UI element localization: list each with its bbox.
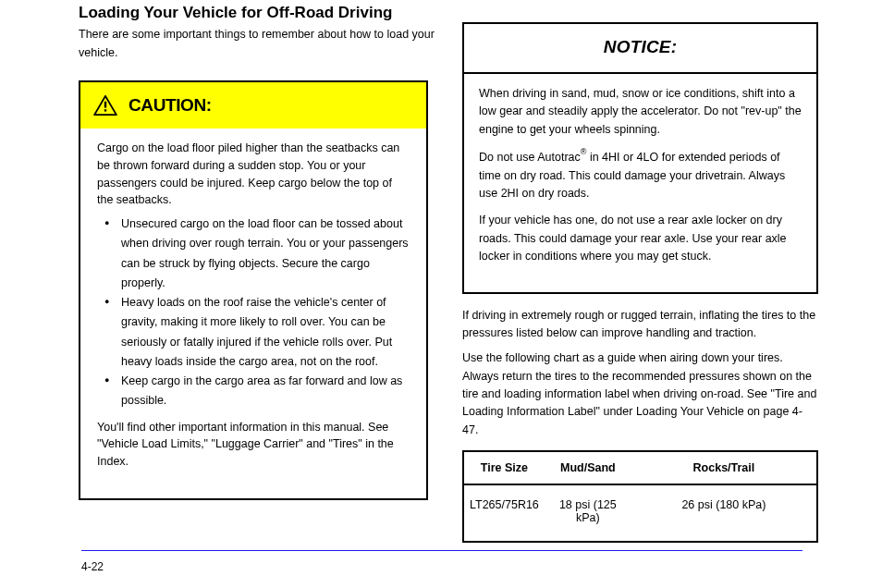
intro-paragraph: There are some important things to remem… [79,26,435,62]
notice-para-2: Do not use Autotrac® in 4HI or 4LO for e… [479,148,802,202]
section-heading: Loading Your Vehicle for Off-Road Drivin… [79,3,435,22]
body-paragraph: If driving in extremely rough or rugged … [462,307,818,343]
notice-header: NOTICE: [464,24,816,74]
caution-bullet: Heavy loads on the roof raise the vehicl… [121,293,410,372]
section-heading-text: Loading Your Vehicle for Off-Road Drivin… [79,4,392,21]
caution-bullet: Unsecured cargo on the load floor can be… [121,214,410,293]
warning-triangle-icon [93,95,117,116]
caution-label: CAUTION: [129,95,212,116]
caution-box: CAUTION: Cargo on the load floor piled h… [79,80,428,500]
caution-body: Cargo on the load floor piled higher tha… [80,129,426,498]
col-header-rocks-trail: Rocks/Trail [631,452,816,485]
footer-rule [81,550,802,551]
caution-bullet-list: Unsecured cargo on the load floor can be… [97,214,410,411]
body-text: Use the following chart as a guide when … [462,351,816,436]
registered-icon: ® [581,147,587,156]
caution-lead: Cargo on the load floor piled higher tha… [97,140,410,209]
cell-rocks-trail: 26 psi (180 kPa) [631,485,816,541]
page-number: 4-22 [81,560,104,573]
caution-header: CAUTION: [80,82,426,129]
table-header-row: Tire Size Mud/Sand Rocks/Trail [464,452,816,485]
tire-pressure-table: Tire Size Mud/Sand Rocks/Trail LT265/75R… [462,450,818,543]
notice-box: NOTICE: When driving in sand, mud, snow … [462,22,818,294]
notice-text: Do not use Autotrac [479,151,581,164]
body-paragraph: Use the following chart as a guide when … [462,349,818,439]
notice-para-3: If your vehicle has one, do not use a re… [479,212,802,265]
col-header-tire-size: Tire Size [464,452,545,485]
notice-para-1: When driving in sand, mud, snow or ice c… [479,85,802,139]
cell-mud-sand: 18 psi (125 kPa) [545,485,631,541]
col-header-mud-sand: Mud/Sand [545,452,631,485]
svg-rect-1 [104,109,106,111]
cell-tire-size: LT265/75R16 [464,485,545,541]
notice-body: When driving in sand, mud, snow or ice c… [464,74,816,292]
svg-rect-0 [104,102,106,108]
table-row: LT265/75R16 18 psi (125 kPa) 26 psi (180… [464,485,816,541]
caution-trailer: You'll find other important information … [97,419,410,471]
caution-bullet: Keep cargo in the cargo area as far forw… [121,372,410,411]
